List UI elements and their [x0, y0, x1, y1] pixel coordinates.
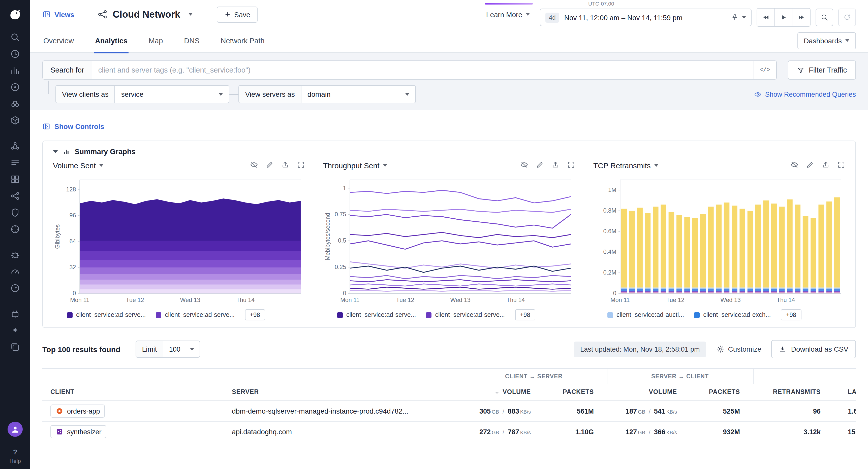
legend-more-badge[interactable]: +98: [781, 309, 801, 321]
volume-unit: GB: [638, 430, 645, 435]
client-chip[interactable]: orders-app: [51, 404, 105, 417]
legend-label: client_service:ad-serve...: [76, 311, 146, 319]
orders-app-service-icon: [56, 407, 63, 415]
watchdog-icon[interactable]: [6, 95, 24, 112]
zoom-out-icon[interactable]: [815, 8, 833, 26]
tab-overview[interactable]: Overview: [42, 29, 75, 53]
page-title-dropdown[interactable]: Cloud Network: [97, 9, 192, 20]
server-name[interactable]: dbm-demo-sqlserver-managed-instance-prod…: [224, 401, 461, 422]
hide-eye-off-icon[interactable]: [250, 161, 258, 170]
network-icon[interactable]: [6, 188, 24, 204]
throughput-sent-title-dropdown[interactable]: Throughput Sent: [323, 161, 387, 170]
play-icon[interactable]: [775, 8, 793, 26]
error-tracking-icon[interactable]: [6, 246, 24, 263]
group-server-client: SERVER → CLIENT: [607, 368, 753, 383]
security-icon[interactable]: [6, 204, 24, 221]
customize-button[interactable]: Customize: [716, 345, 761, 353]
hide-eye-off-icon[interactable]: [520, 161, 528, 170]
legend-item[interactable]: client_service:ad-serve...: [426, 311, 505, 319]
retransmits-value: 3.12k: [804, 428, 820, 436]
col-latency[interactable]: LATENCY: [834, 383, 856, 401]
layers-icon[interactable]: [6, 338, 24, 355]
tab-analytics[interactable]: Analytics: [94, 29, 128, 53]
search-input[interactable]: [92, 61, 753, 79]
legend-item[interactable]: client_service:ad-serve...: [337, 311, 416, 319]
tab-map[interactable]: Map: [148, 29, 164, 53]
learn-more-dropdown[interactable]: Learn More: [485, 0, 533, 29]
col-server[interactable]: SERVER: [224, 383, 461, 401]
col-client[interactable]: CLIENT: [42, 383, 224, 401]
server-name[interactable]: api.datadoghq.com: [224, 422, 461, 442]
legend-item[interactable]: client_service:ad-serve...: [67, 311, 146, 319]
view-clients-select[interactable]: service: [115, 85, 229, 103]
connector-line: [49, 80, 55, 94]
col-volume-sort[interactable]: VOLUME: [461, 383, 544, 401]
legend-more-badge[interactable]: +98: [245, 309, 265, 321]
dashboards-icon[interactable]: [6, 78, 24, 95]
col-retransmits[interactable]: RETRANSMITS: [753, 383, 834, 401]
monitors-icon[interactable]: [6, 279, 24, 296]
fast-forward-icon[interactable]: [793, 8, 810, 26]
views-button[interactable]: Views: [42, 10, 74, 19]
export-icon[interactable]: [281, 161, 289, 170]
export-icon[interactable]: [822, 161, 830, 170]
pin-icon[interactable]: [731, 13, 739, 21]
collapse-chevron-icon[interactable]: [53, 150, 58, 153]
download-csv-button[interactable]: Download as CSV: [772, 340, 856, 358]
col-packets[interactable]: PACKETS: [544, 383, 607, 401]
integrations-icon[interactable]: [6, 112, 24, 129]
search-icon[interactable]: [6, 29, 24, 45]
tab-network-path[interactable]: Network Path: [220, 29, 266, 53]
limit-select[interactable]: 100: [163, 340, 200, 358]
tab-dns[interactable]: DNS: [183, 29, 200, 53]
legend-item[interactable]: client_service:ad-serve...: [156, 311, 235, 319]
fullscreen-icon[interactable]: [567, 161, 575, 170]
metrics-icon[interactable]: [6, 62, 24, 78]
legend-item[interactable]: client_service:ad-exch...: [694, 311, 771, 319]
rewind-icon[interactable]: [757, 8, 775, 26]
svg-text:Tue 12: Tue 12: [126, 297, 144, 303]
dashboards-dropdown[interactable]: Dashboards: [797, 32, 856, 49]
user-avatar[interactable]: [7, 422, 23, 437]
col-volume[interactable]: VOLUME: [607, 383, 690, 401]
logs-icon[interactable]: [6, 154, 24, 171]
col-packets[interactable]: PACKETS: [690, 383, 753, 401]
table-row[interactable]: orders-app dbm-demo-sqlserver-managed-in…: [42, 401, 856, 422]
code-toggle-button[interactable]: </>: [753, 61, 776, 79]
tcp-retransmits-title-dropdown[interactable]: TCP Retransmits: [593, 161, 658, 170]
view-servers-select[interactable]: domain: [301, 85, 416, 103]
ci-tools-icon[interactable]: [6, 263, 24, 279]
fullscreen-icon[interactable]: [837, 161, 845, 170]
table-row[interactable]: synthesizer api.datadoghq.com 272GB/787K…: [42, 422, 856, 442]
filter-traffic-button[interactable]: Filter Traffic: [787, 61, 856, 79]
legend-more-badge[interactable]: +98: [515, 309, 535, 321]
volume-sent-chart[interactable]: 0326496128Mon 11Tue 12Wed 13Thu 14Gibiby…: [53, 172, 305, 307]
volume-sent-title-dropdown[interactable]: Volume Sent: [53, 161, 103, 170]
time-range-picker[interactable]: 4d Nov 11, 12:00 am – Nov 14, 11:59 pm: [540, 8, 751, 26]
edit-pencil-icon[interactable]: [266, 161, 274, 170]
containers-icon[interactable]: [6, 171, 24, 188]
sidebar: ? Help: [0, 0, 30, 469]
throughput-sent-chart[interactable]: 00.250.50.751Mon 11Tue 12Wed 13Thu 14Meb…: [323, 172, 575, 307]
save-button[interactable]: Save: [217, 6, 258, 23]
show-recommended-queries-link[interactable]: Show Recommended Queries: [754, 91, 856, 98]
svg-text:0.4M: 0.4M: [603, 248, 616, 255]
history-icon[interactable]: [6, 45, 24, 62]
help-button[interactable]: ? Help: [9, 448, 21, 464]
sort-desc-icon: [494, 389, 500, 395]
copilot-sparkle-icon[interactable]: [6, 322, 24, 338]
export-icon[interactable]: [552, 161, 559, 170]
datadog-logo[interactable]: [0, 0, 30, 29]
tcp-retransmits-chart[interactable]: 00.2M0.4M0.6M0.8M1MMon 11Tue 12Wed 13Thu…: [593, 172, 845, 307]
synthetics-icon[interactable]: [6, 221, 24, 237]
client-chip[interactable]: synthesizer: [51, 425, 106, 438]
edit-pencil-icon[interactable]: [806, 161, 814, 170]
edit-pencil-icon[interactable]: [536, 161, 544, 170]
hosts-icon[interactable]: [6, 305, 24, 322]
hide-eye-off-icon[interactable]: [790, 161, 799, 170]
apm-icon[interactable]: [6, 137, 24, 154]
refresh-icon[interactable]: [838, 8, 856, 26]
fullscreen-icon[interactable]: [297, 161, 305, 170]
show-controls-link[interactable]: Show Controls: [42, 123, 104, 131]
legend-item[interactable]: client_service:ad-aucti...: [608, 311, 684, 319]
